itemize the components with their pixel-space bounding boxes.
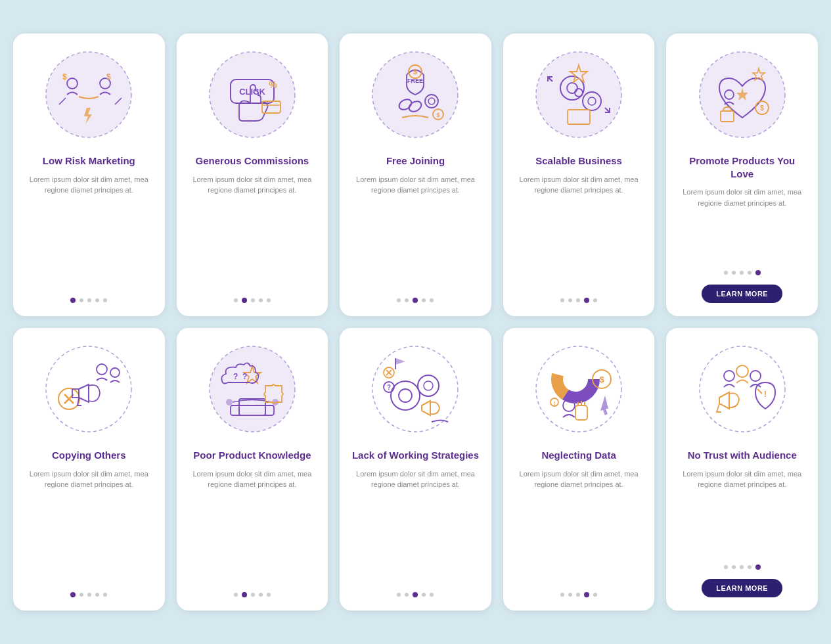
dot-4 bbox=[422, 298, 426, 302]
dot-5 bbox=[267, 593, 271, 597]
dot-4 bbox=[584, 298, 589, 303]
svg-text:!: ! bbox=[764, 389, 767, 399]
card-body: Lorem ipsum dolor sit dim amet, mea regi… bbox=[350, 469, 481, 584]
card-title: Poor Product Knowledge bbox=[193, 449, 311, 462]
svg-rect-76 bbox=[575, 405, 587, 420]
card-illustration: $ bbox=[693, 45, 792, 144]
card-title: No Trust with Audience bbox=[688, 449, 797, 462]
dot-2 bbox=[242, 298, 247, 303]
dot-5 bbox=[103, 593, 107, 597]
card-grid: $ $ Low Risk Marketing Lorem ipsum dolor… bbox=[13, 34, 818, 610]
card-dots bbox=[397, 592, 434, 597]
card-dots bbox=[234, 592, 271, 597]
svg-marker-68 bbox=[395, 358, 405, 365]
card-body: Lorem ipsum dolor sit dim amet, mea regi… bbox=[24, 469, 154, 584]
dot-5 bbox=[267, 298, 271, 302]
dot-3 bbox=[740, 271, 744, 275]
dot-1 bbox=[560, 298, 564, 302]
dot-3 bbox=[576, 593, 580, 597]
svg-point-46 bbox=[97, 364, 107, 375]
svg-text:?: ? bbox=[242, 372, 247, 381]
card-title: Neglecting Data bbox=[541, 449, 616, 462]
dot-2 bbox=[242, 592, 247, 597]
card-dots bbox=[560, 592, 597, 597]
dot-4 bbox=[95, 593, 99, 597]
svg-point-47 bbox=[110, 368, 120, 377]
card-dots bbox=[70, 298, 107, 303]
card-illustration: ! bbox=[693, 340, 792, 438]
card-copying-others: Copying Others Lorem ipsum dolor sit dim… bbox=[13, 328, 165, 610]
dot-1 bbox=[234, 298, 238, 302]
card-low-risk: $ $ Low Risk Marketing Lorem ipsum dolor… bbox=[13, 34, 165, 316]
card-poor-product-knowledge: ? ? Poor Product Knowledge Lorem ipsum d… bbox=[177, 328, 328, 610]
dot-2 bbox=[405, 298, 409, 302]
card-generous-commissions: CLICK % Generous Commissions Lorem ipsum… bbox=[177, 34, 328, 316]
card-title: Low Risk Marketing bbox=[43, 154, 135, 168]
card-title: Scalable Business bbox=[535, 154, 622, 168]
card-title: Generous Commissions bbox=[196, 154, 309, 168]
card-illustration: CLICK % bbox=[203, 45, 302, 144]
card-illustration: FREE $ $ bbox=[366, 45, 464, 144]
dot-1 bbox=[724, 565, 728, 569]
dot-5 bbox=[430, 593, 434, 597]
svg-point-85 bbox=[750, 371, 761, 381]
card-body: Lorem ipsum dolor sit dim amet, mea regi… bbox=[350, 174, 481, 289]
svg-point-59 bbox=[399, 389, 412, 402]
dot-4 bbox=[95, 298, 99, 302]
card-illustration bbox=[39, 340, 138, 438]
dot-1 bbox=[560, 593, 564, 597]
dot-2 bbox=[405, 593, 409, 597]
svg-point-83 bbox=[724, 371, 734, 381]
svg-text:%: % bbox=[269, 80, 277, 90]
dot-4 bbox=[259, 593, 263, 597]
learn-more-button[interactable]: LEARN MORE bbox=[702, 285, 782, 303]
dot-1 bbox=[397, 298, 401, 302]
svg-line-87 bbox=[757, 389, 762, 394]
dot-1 bbox=[397, 593, 401, 597]
dot-3 bbox=[251, 298, 255, 302]
dot-5 bbox=[755, 270, 761, 275]
dot-1 bbox=[70, 592, 76, 597]
dot-2 bbox=[568, 593, 572, 597]
dot-3 bbox=[87, 593, 91, 597]
dot-3 bbox=[740, 565, 744, 569]
card-body: Lorem ipsum dolor sit dim amet, mea regi… bbox=[187, 469, 318, 584]
svg-text:$: $ bbox=[106, 72, 111, 81]
svg-text:$: $ bbox=[760, 104, 764, 112]
card-no-trust: ! No Trust with Audience Lorem ipsum dol… bbox=[666, 328, 818, 610]
dot-3 bbox=[87, 298, 91, 302]
dot-4 bbox=[748, 565, 752, 569]
card-title: Lack of Working Strategies bbox=[352, 449, 479, 462]
svg-text:$: $ bbox=[437, 112, 440, 118]
dot-1 bbox=[70, 298, 76, 303]
dot-2 bbox=[568, 298, 572, 302]
svg-point-57 bbox=[372, 346, 458, 432]
card-dots bbox=[397, 298, 434, 303]
card-title: Promote Products You Love bbox=[677, 154, 807, 180]
dot-3 bbox=[251, 593, 255, 597]
card-dots bbox=[234, 298, 271, 303]
card-title: Free Joining bbox=[386, 154, 445, 168]
svg-point-61 bbox=[424, 381, 433, 390]
card-body: Lorem ipsum dolor sit dim amet, mea regi… bbox=[187, 174, 318, 289]
card-title: Copying Others bbox=[52, 449, 126, 462]
svg-text:!: ! bbox=[554, 400, 556, 406]
dot-4 bbox=[748, 271, 752, 275]
dot-3 bbox=[576, 298, 580, 302]
svg-point-53 bbox=[226, 399, 233, 405]
dot-4 bbox=[259, 298, 263, 302]
svg-point-58 bbox=[391, 381, 420, 410]
svg-point-72 bbox=[564, 367, 587, 391]
card-dots bbox=[724, 564, 761, 570]
card-dots bbox=[560, 298, 597, 303]
learn-more-button-2[interactable]: LEARN MORE bbox=[702, 579, 782, 597]
dot-2 bbox=[79, 593, 83, 597]
svg-point-60 bbox=[418, 375, 439, 396]
svg-text:?: ? bbox=[387, 384, 391, 391]
dot-3 bbox=[413, 298, 418, 303]
dot-5 bbox=[593, 298, 597, 302]
card-body: Lorem ipsum dolor sit dim amet, mea regi… bbox=[24, 174, 154, 289]
card-body: Lorem ipsum dolor sit dim amet, mea regi… bbox=[514, 174, 644, 289]
card-body: Lorem ipsum dolor sit dim amet, mea regi… bbox=[514, 469, 644, 584]
svg-text:?: ? bbox=[233, 372, 238, 381]
